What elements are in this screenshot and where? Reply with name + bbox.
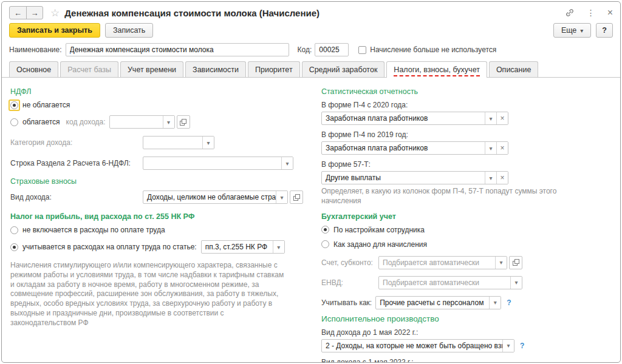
name-input[interactable] <box>66 43 289 56</box>
tab-zavisimosti[interactable]: Зависимости <box>185 61 246 77</box>
income-category-combo[interactable]: ▾ <box>143 136 214 149</box>
tab-osnovnoe[interactable]: Основное <box>9 61 58 77</box>
section-accounting: Бухгалтерский учет <box>321 212 617 221</box>
tab-sredniy-zarabotok[interactable]: Средний заработок <box>302 61 385 77</box>
chevron-down-icon[interactable]: ▾ <box>485 112 496 124</box>
radio-icon <box>10 101 18 109</box>
radio-by-accrual[interactable]: Как задано для начисления <box>321 240 617 249</box>
line-6ndfl-row: Строка Раздела 2 Расчета 6-НДФЛ: ▾ <box>10 157 303 170</box>
income-kind-choose-icon[interactable] <box>290 190 303 204</box>
tab-nalogi-vznosy-buhuchet[interactable]: Налоги, взносы, бухучет <box>386 61 487 78</box>
radio-icon <box>321 240 329 248</box>
tab-prioritet[interactable]: Приоритет <box>248 61 300 77</box>
title-bar: ← → ☆ Денежная компенсация стоимости мол… <box>2 2 620 22</box>
radio-icon <box>10 243 18 251</box>
clear-icon[interactable]: × <box>496 112 508 124</box>
accrual-unused-label: Начисление больше не используется <box>370 46 496 54</box>
back-button[interactable]: ← <box>10 7 26 19</box>
chevron-down-icon: ▾ <box>580 27 583 34</box>
radio-icon <box>10 226 18 234</box>
radio-included[interactable]: учитывается в расходах на оплату труда п… <box>10 240 303 254</box>
account-as-combo[interactable]: Прочие расчеты с персоналом ▾ <box>375 296 501 309</box>
tab-opisanie[interactable]: Описание <box>489 61 539 77</box>
choose-icon <box>180 119 186 126</box>
account-choose-icon[interactable] <box>509 256 522 269</box>
income-code-combo[interactable]: ▾ <box>109 115 175 129</box>
account-as-label: Учитывать как: <box>321 298 372 307</box>
p4-2019-combo[interactable]: Заработная плата работников ▾ × <box>321 141 508 155</box>
section-insurance: Страховые взносы <box>10 177 303 186</box>
p4-2020-label: В форме П-4 с 2020 года: <box>321 101 617 109</box>
income-category-label: Категория дохода: <box>10 138 143 147</box>
choose-icon <box>293 194 300 201</box>
p4-2019-row: Заработная плата работников ▾ × <box>321 141 617 155</box>
get-link-icon[interactable] <box>565 8 575 18</box>
chevron-down-icon[interactable]: ▾ <box>489 297 501 309</box>
tab-bar: Основное Расчет базы Учет времени Зависи… <box>2 61 620 78</box>
income-kind-combo[interactable]: Доходы, целиком не облагаемые страховыми… <box>143 190 288 204</box>
account-as-help-icon[interactable]: ? <box>507 298 511 307</box>
chevron-down-icon[interactable]: ▾ <box>485 142 496 154</box>
radio-ndfl-taxed[interactable]: облагается код дохода: ▾ <box>10 115 303 129</box>
choose-icon <box>513 259 519 266</box>
favorite-star-icon[interactable]: ☆ <box>50 7 60 19</box>
chevron-down-icon[interactable]: ▾ <box>273 241 284 253</box>
left-column: НДФЛ не облагается облагается код дохода… <box>10 85 303 363</box>
tab-content: НДФЛ не облагается облагается код дохода… <box>2 78 620 363</box>
income-before-combo[interactable]: 2 - Доходы, на которые не может быть обр… <box>321 339 514 352</box>
code-input[interactable] <box>315 43 349 56</box>
p4-2020-combo[interactable]: Заработная плата работников ▾ × <box>321 112 508 125</box>
tab-uchet-vremeni[interactable]: Учет времени <box>120 61 183 77</box>
income-after-label: Вид дохода с 1 мая 2022 г.: <box>321 358 617 363</box>
radio-not-included[interactable]: не включается в расходы по оплате труда <box>10 226 303 234</box>
income-category-row: Категория дохода: ▾ <box>10 136 303 149</box>
income-kind-label: Вид дохода: <box>10 193 143 201</box>
f57t-combo[interactable]: Другие выплаты ▾ × <box>321 171 508 184</box>
expense-article-combo[interactable]: пп.3, ст.255 НК РФ ▾ <box>201 240 285 254</box>
more-menu-icon[interactable]: ⋮ <box>587 8 595 18</box>
command-bar: Записать и закрыть Записать Еще▾ ? <box>2 22 620 42</box>
chevron-down-icon[interactable]: ▾ <box>502 340 514 352</box>
envd-combo[interactable]: Подбирается автоматически ▾ <box>378 276 522 289</box>
save-and-close-button[interactable]: Записать и закрыть <box>9 23 100 38</box>
f57t-label: В форме 57-Т: <box>321 160 617 169</box>
account-as-row: Учитывать как: Прочие расчеты с персонал… <box>321 296 617 309</box>
radio-by-employee[interactable]: По настройкам сотрудника <box>321 226 617 234</box>
section-ndfl: НДФЛ <box>10 87 303 96</box>
envd-row: ЕНВД: Подбирается автоматически ▾ <box>321 276 617 289</box>
accrual-unused-checkbox[interactable]: Начисление больше не используется <box>358 46 496 54</box>
chevron-down-icon[interactable]: ▾ <box>202 136 214 149</box>
income-code-choose-icon[interactable] <box>177 115 190 129</box>
chevron-down-icon[interactable]: ▾ <box>495 257 507 269</box>
help-button[interactable]: ? <box>596 23 613 38</box>
clear-icon[interactable]: × <box>496 142 508 154</box>
close-icon[interactable]: × <box>607 7 613 18</box>
chevron-down-icon[interactable]: ▾ <box>163 116 174 128</box>
profit-tax-note: Начисления стимулирующего и/или компенси… <box>10 261 290 328</box>
back-icon: ← <box>14 8 22 18</box>
account-combo[interactable]: Подбирается автоматически ▾ <box>378 256 507 269</box>
nav-history-group: ← → <box>9 6 43 19</box>
chevron-down-icon[interactable]: ▾ <box>510 277 522 289</box>
more-button[interactable]: Еще▾ <box>553 23 591 38</box>
focus-ring <box>9 99 20 111</box>
section-profit-tax: Налог на прибыль, вид расхода по ст. 255… <box>10 212 303 221</box>
save-button[interactable]: Записать <box>105 23 153 38</box>
chevron-down-icon[interactable]: ▾ <box>276 191 287 203</box>
radio-ndfl-not-taxed[interactable]: не облагается <box>10 101 303 109</box>
income-before-label: Вид дохода до 1 мая 2022 г.: <box>321 328 617 337</box>
header-fields-row: Наименование: Код: Начисление больше не … <box>2 42 620 61</box>
income-before-help-icon[interactable]: ? <box>520 342 524 350</box>
checkbox-icon <box>358 46 366 54</box>
chevron-down-icon[interactable]: ▾ <box>281 157 293 169</box>
p4-2020-row: Заработная плата работников ▾ × <box>321 112 617 125</box>
line-6ndfl-combo[interactable]: ▾ <box>143 157 293 170</box>
tab-raschet-bazy: Расчет базы <box>60 61 118 77</box>
forward-button[interactable]: → <box>26 7 43 19</box>
section-enforcement: Исполнительное производство <box>321 314 617 323</box>
right-column: Статистическая отчетность В форме П-4 с … <box>321 85 617 363</box>
account-row: Счет, субконто: Подбирается автоматическ… <box>321 256 617 269</box>
chevron-down-icon[interactable]: ▾ <box>485 172 496 184</box>
account-label: Счет, субконто: <box>321 258 378 267</box>
clear-icon[interactable]: × <box>496 172 508 184</box>
